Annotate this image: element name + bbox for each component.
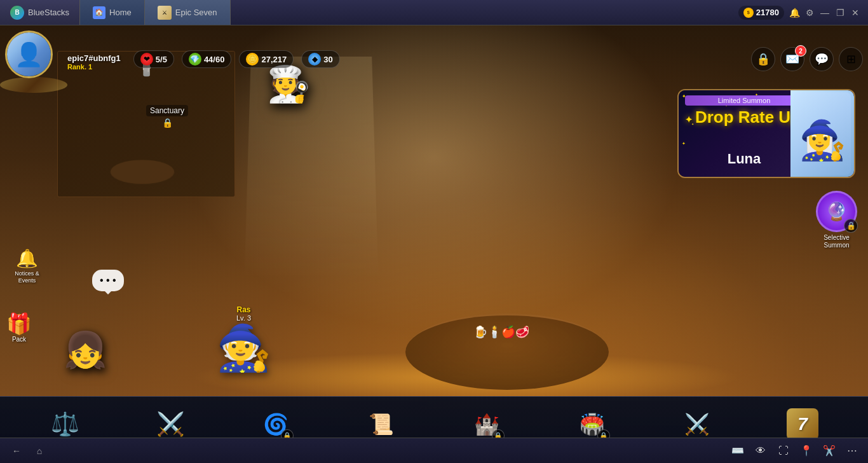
coins-icon: 🪙 bbox=[246, 53, 259, 66]
close-btn[interactable]: ✕ bbox=[850, 8, 860, 18]
banner-star-prefix: ✦ bbox=[685, 114, 695, 125]
game-viewport: 🕯️ Sanctuary 🔒 👤 epic7#ubnfg1 bbox=[0, 25, 868, 463]
battle-icon-container: ⚔️ bbox=[679, 406, 715, 442]
player-rank: Rank. 1 bbox=[67, 63, 121, 71]
bs-bottom-right: ⌨️ 👁 ⛶ 📍 ✂️ ⋯ bbox=[729, 443, 860, 459]
stamina-icon: ❤ bbox=[140, 53, 153, 66]
home-label: Home bbox=[109, 8, 132, 17]
guild-icon-container: 🏰 🔒 bbox=[469, 406, 505, 442]
restore-btn[interactable]: ❐ bbox=[835, 8, 845, 18]
notices-label: Notices &Events bbox=[6, 270, 48, 284]
player-info: epic7#ubnfg1 Rank. 1 bbox=[67, 53, 121, 71]
lock-icon: 🔒 bbox=[756, 52, 770, 66]
bluestacks-label: BlueStacks bbox=[28, 8, 69, 17]
adventure-icon-container: 7 bbox=[785, 406, 820, 442]
gold-value: 44/60 bbox=[204, 55, 225, 64]
hero-icon: ⚔️ bbox=[156, 411, 185, 438]
luna-character: 🧙‍♀️ bbox=[794, 92, 851, 175]
epic-seven-label: Epic Seven bbox=[175, 8, 217, 17]
ras-level: Lv. 3 bbox=[216, 314, 271, 322]
gold-coin-icon: $ bbox=[743, 8, 754, 18]
notices-icon: 🔔 bbox=[6, 248, 48, 269]
keyboard-icon[interactable]: ⌨️ bbox=[729, 443, 746, 459]
notification-btn[interactable]: 🔔 bbox=[789, 8, 799, 18]
main-window: B BlueStacks 🏠 Home ⚔ Epic Seven $ 21780… bbox=[0, 0, 868, 463]
main-table-area: 🍺🕯️🍎🥩 bbox=[273, 275, 741, 390]
summon-orb-icon: 🔮 bbox=[825, 201, 848, 222]
hero-icon-container: ⚔️ bbox=[153, 406, 189, 442]
selective-summon-icon: 🔮 🔒 bbox=[816, 191, 857, 232]
settings-icon[interactable]: ⚙ bbox=[804, 8, 815, 18]
menu-btn[interactable]: ⊞ bbox=[839, 47, 863, 71]
shop-icon-container: ⚖️ bbox=[48, 406, 83, 442]
table-items: 🍺🕯️🍎🥩 bbox=[473, 325, 529, 339]
notices-events-btn[interactable]: 🔔 Notices &Events bbox=[6, 248, 48, 284]
ras-sprite: 🧙 bbox=[216, 322, 271, 374]
top-hud: 👤 epic7#ubnfg1 Rank. 1 ❤ 5/5 💎 bbox=[5, 31, 863, 88]
fullscreen-icon[interactable]: ⛶ bbox=[775, 443, 792, 459]
mail-btn[interactable]: ✉️ 2 bbox=[780, 47, 804, 71]
banner-limited-summon-label: Limited Summon bbox=[685, 95, 803, 106]
coins-value: 27,217 bbox=[261, 55, 287, 64]
gems-value: 30 bbox=[323, 55, 332, 64]
lock-btn[interactable]: 🔒 bbox=[751, 47, 775, 71]
pack-btn[interactable]: 🎁 Pack bbox=[6, 312, 32, 358]
sanctuary-lock-icon: 🔒 bbox=[146, 118, 188, 128]
banner-drop-rate-text: ✦ Drop Rate Up bbox=[685, 108, 803, 127]
bluestacks-logo-icon: B bbox=[10, 6, 24, 20]
menu-grid-icon: ⊞ bbox=[846, 52, 856, 66]
sitting-character[interactable]: 👧 bbox=[64, 329, 107, 371]
ras-character[interactable]: Ras Lv. 3 🧙 bbox=[216, 305, 271, 374]
stamina-value: 5/5 bbox=[156, 55, 167, 64]
shop-icon: ⚖️ bbox=[51, 411, 79, 438]
epic-seven-tab[interactable]: ⚔ Epic Seven bbox=[145, 0, 231, 25]
reputation-icon-container: 📜 bbox=[363, 406, 399, 442]
pack-icon: 🎁 bbox=[6, 312, 32, 336]
selective-summon-btn[interactable]: 🔮 🔒 SelectiveSummon bbox=[813, 191, 860, 249]
coin-amount: 21780 bbox=[756, 8, 779, 17]
ras-name: Ras bbox=[216, 305, 271, 314]
home-tab[interactable]: 🏠 Home bbox=[80, 0, 145, 25]
adventure-icon: 7 bbox=[787, 408, 818, 440]
scissors-icon[interactable]: ✂️ bbox=[821, 443, 837, 459]
eye-icon[interactable]: 👁 bbox=[752, 443, 769, 459]
player-avatar: 👤 bbox=[7, 32, 51, 76]
gold-resource[interactable]: 💎 44/60 bbox=[182, 50, 232, 68]
bs-home-btn[interactable]: ⌂ bbox=[31, 442, 48, 460]
player-avatar-container[interactable]: 👤 bbox=[5, 31, 62, 88]
stamina-resource[interactable]: ❤ 5/5 bbox=[133, 50, 174, 68]
right-hud: 🔒 ✉️ 2 💬 ⊞ bbox=[751, 47, 863, 71]
bs-bottom-bar: ← ⌂ ⌨️ 👁 ⛶ 📍 ✂️ ⋯ bbox=[0, 438, 868, 463]
gems-icon: ◆ bbox=[308, 53, 321, 66]
window-light bbox=[245, 57, 379, 279]
avatar-frame-decor bbox=[0, 77, 67, 93]
speech-bubble: • • • bbox=[92, 270, 124, 291]
drop-rate-banner[interactable]: ✦ ✦ ✦ ✦ ✦ Limited Summon ✦ Drop Rate Up … bbox=[677, 89, 855, 178]
game-icon: ⚔ bbox=[158, 6, 172, 20]
bs-back-btn[interactable]: ← bbox=[8, 442, 25, 460]
summon-icon-container: 🌀 🔒 bbox=[258, 406, 294, 442]
pack-label: Pack bbox=[6, 336, 32, 343]
banner-character-image: 🧙‍♀️ bbox=[790, 90, 854, 177]
titlebar: B BlueStacks 🏠 Home ⚔ Epic Seven $ 21780… bbox=[0, 0, 868, 25]
location-icon[interactable]: 📍 bbox=[798, 443, 815, 459]
reputation-icon: 📜 bbox=[369, 412, 394, 436]
chat-btn[interactable]: 💬 bbox=[810, 47, 834, 71]
bluestacks-tab[interactable]: B BlueStacks bbox=[0, 0, 80, 25]
minimize-btn[interactable]: — bbox=[820, 8, 830, 18]
titlebar-left: B BlueStacks 🏠 Home ⚔ Epic Seven bbox=[0, 0, 231, 25]
arena-icon-container: 🏟️ 🔒 bbox=[574, 406, 610, 442]
speech-bubble-dots: • • • bbox=[100, 275, 116, 286]
coin-display: $ 21780 bbox=[738, 6, 784, 20]
gems-resource[interactable]: ◆ 30 bbox=[301, 50, 339, 68]
sitting-char-sprite: 👧 bbox=[64, 329, 107, 371]
sanctuary-label-text: Sanctuary bbox=[146, 105, 188, 116]
more-icon[interactable]: ⋯ bbox=[844, 443, 860, 459]
player-avatar-frame: 👤 bbox=[5, 31, 53, 78]
resource-bar: ❤ 5/5 💎 44/60 🪙 27,217 ◆ 30 bbox=[133, 50, 340, 68]
coins-resource[interactable]: 🪙 27,217 bbox=[239, 50, 294, 68]
banner-background: ✦ ✦ ✦ ✦ ✦ Limited Summon ✦ Drop Rate Up … bbox=[679, 90, 854, 177]
selective-lock-icon: 🔒 bbox=[844, 219, 858, 233]
sanctuary-area[interactable]: Sanctuary 🔒 bbox=[146, 105, 188, 128]
battle-icon: ⚔️ bbox=[684, 412, 710, 436]
